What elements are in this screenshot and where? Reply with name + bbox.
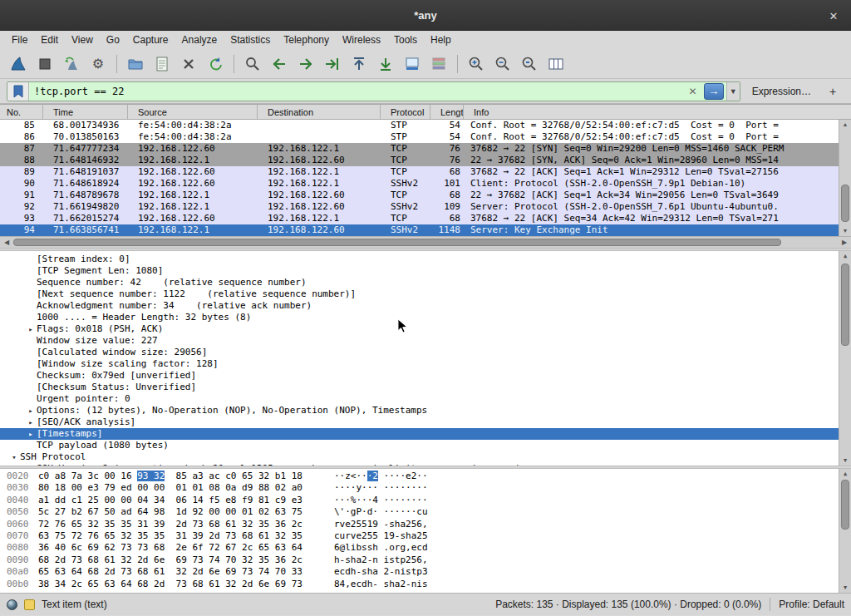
packet-row-selected[interactable]: 9471.663856741192.168.122.1192.168.122.6… xyxy=(0,224,851,236)
menu-help[interactable]: Help xyxy=(424,32,458,47)
detail-line[interactable]: Window size value: 227 xyxy=(0,335,851,347)
expander-icon[interactable] xyxy=(25,370,37,382)
expander-icon[interactable] xyxy=(25,393,37,405)
resize-columns-button[interactable] xyxy=(543,52,569,76)
window-close-button[interactable]: ✕ xyxy=(824,7,843,25)
filter-clear-button[interactable]: ✕ xyxy=(685,86,701,97)
menu-telephony[interactable]: Telephony xyxy=(277,32,336,47)
packet-row[interactable]: 8871.648146932192.168.122.1192.168.122.6… xyxy=(0,155,851,166)
column-header-info[interactable]: Info xyxy=(464,105,851,119)
detail-line[interactable]: ▸[SEQ/ACK analysis] xyxy=(0,416,851,428)
packet-row[interactable]: 9071.648618924192.168.122.60192.168.122.… xyxy=(0,178,851,190)
detail-line[interactable]: [Checksum Status: Unverified] xyxy=(0,382,851,393)
detail-line[interactable]: TCP payload (1080 bytes) xyxy=(0,440,851,451)
hex-scrollbar[interactable]: ▲ ▼ xyxy=(839,469,851,593)
packet-row[interactable]: 8568.001734936fe:54:00:d4:38:2aSTP54Conf… xyxy=(0,120,851,131)
hex-row[interactable]: 00505c 27 b2 67 50 ad 64 98 1d 92 00 00 … xyxy=(0,506,851,518)
detail-line[interactable]: Acknowledgment number: 34 (relative ack … xyxy=(0,300,851,312)
packet-row[interactable]: 9271.661949820192.168.122.1192.168.122.6… xyxy=(0,201,851,213)
detail-line[interactable]: Urgent pointer: 0 xyxy=(0,393,851,405)
menu-edit[interactable]: Edit xyxy=(34,32,65,47)
column-header-destination[interactable]: Destination xyxy=(258,105,381,119)
colorize-packets-button[interactable] xyxy=(426,52,452,76)
close-file-button[interactable] xyxy=(175,52,202,76)
menu-capture[interactable]: Capture xyxy=(126,32,175,47)
detail-line[interactable]: SSH Version 2 (encryption:chacha20-poly1… xyxy=(0,463,851,466)
expander-icon[interactable] xyxy=(25,254,37,265)
expander-icon[interactable] xyxy=(25,288,37,300)
detail-line[interactable]: Sequence number: 42 (relative sequence n… xyxy=(0,277,851,288)
detail-line[interactable]: Checksum: 0x79ed [unverified] xyxy=(0,370,851,382)
hex-row[interactable]: 007063 75 72 76 65 32 35 35 31 39 2d 73 … xyxy=(0,530,851,542)
column-header-no[interactable]: No. xyxy=(0,105,43,119)
zoom-in-button[interactable] xyxy=(463,52,489,76)
expander-icon[interactable]: ▸ xyxy=(25,428,37,440)
scrollbar-thumb[interactable] xyxy=(841,264,849,345)
hex-row[interactable]: 00a065 63 64 68 2d 73 68 61 32 2d 6e 69 … xyxy=(0,566,851,578)
start-capture-button[interactable] xyxy=(5,52,32,76)
column-header-time[interactable]: Time xyxy=(43,105,128,119)
expression-button[interactable]: Expression… xyxy=(752,86,811,97)
open-file-button[interactable] xyxy=(122,52,149,76)
auto-scroll-button[interactable] xyxy=(399,52,426,76)
go-back-button[interactable] xyxy=(266,52,293,76)
scroll-up-arrow-icon[interactable]: ▲ xyxy=(839,469,851,479)
expander-icon[interactable] xyxy=(25,265,37,277)
scroll-down-arrow-icon[interactable]: ▼ xyxy=(839,226,851,236)
packet-row[interactable]: 8971.648191037192.168.122.60192.168.122.… xyxy=(0,166,851,178)
scroll-left-arrow-icon[interactable]: ◀ xyxy=(0,237,13,248)
detail-line[interactable]: 1000 .... = Header Length: 32 bytes (8) xyxy=(0,312,851,323)
scroll-up-arrow-icon[interactable]: ▲ xyxy=(839,120,851,130)
menu-tools[interactable]: Tools xyxy=(387,32,424,47)
detail-line-selected[interactable]: ▸[Timestamps] xyxy=(0,428,851,440)
expander-icon[interactable] xyxy=(25,335,37,347)
hex-row[interactable]: 00b038 34 2c 65 63 64 68 2d 73 68 61 32 … xyxy=(0,579,851,590)
capture-comment-icon[interactable] xyxy=(24,599,35,610)
detail-line[interactable]: ▾SSH Protocol xyxy=(0,451,851,463)
column-header-protocol[interactable]: Protocol xyxy=(381,105,430,119)
hex-row[interactable]: 006072 76 65 32 35 35 31 39 2d 73 68 61 … xyxy=(0,519,851,530)
expander-icon[interactable] xyxy=(25,312,37,323)
scroll-down-arrow-icon[interactable]: ▼ xyxy=(839,456,851,466)
menu-statistics[interactable]: Statistics xyxy=(224,32,277,47)
packet-row[interactable]: 9171.648789678192.168.122.1192.168.122.6… xyxy=(0,190,851,201)
packet-row[interactable]: 9371.662015274192.168.122.60192.168.122.… xyxy=(0,213,851,224)
menu-view[interactable]: View xyxy=(65,32,100,47)
column-header-source[interactable]: Source xyxy=(128,105,258,119)
scrollbar-thumb[interactable] xyxy=(841,480,849,530)
packet-list-scrollbar[interactable]: ▲ ▼ xyxy=(839,120,851,236)
expander-icon[interactable]: ▸ xyxy=(25,416,37,428)
detail-line[interactable]: [Window size scaling factor: 128] xyxy=(0,358,851,370)
find-packet-button[interactable] xyxy=(239,52,266,76)
expander-icon[interactable] xyxy=(25,300,37,312)
go-to-packet-button[interactable] xyxy=(319,52,346,76)
expander-icon[interactable] xyxy=(25,277,37,288)
expander-icon[interactable] xyxy=(25,440,37,451)
zoom-out-button[interactable] xyxy=(489,52,516,76)
expander-icon[interactable]: ▸ xyxy=(25,323,37,335)
go-forward-button[interactable] xyxy=(293,52,319,76)
go-first-packet-button[interactable] xyxy=(346,52,372,76)
save-file-button[interactable] xyxy=(149,52,175,76)
hex-row[interactable]: 0040a1 dd c1 25 00 00 04 34 06 14 f5 e8 … xyxy=(0,495,851,506)
menu-analyze[interactable]: Analyze xyxy=(175,32,224,47)
go-last-packet-button[interactable] xyxy=(372,52,399,76)
detail-line[interactable]: [TCP Segment Len: 1080] xyxy=(0,265,851,277)
scrollbar-thumb[interactable] xyxy=(841,185,849,222)
restart-capture-button[interactable] xyxy=(58,52,85,76)
details-scrollbar[interactable]: ▲ ▼ xyxy=(839,251,851,466)
filter-bookmark-button[interactable] xyxy=(7,82,29,101)
packet-row[interactable]: 8771.647777234192.168.122.60192.168.122.… xyxy=(0,143,851,155)
expander-icon[interactable]: ▾ xyxy=(8,451,20,463)
hex-row[interactable]: 009068 2d 73 68 61 32 2d 6e 69 73 74 70 … xyxy=(0,554,851,566)
reload-button[interactable] xyxy=(202,52,229,76)
detail-line[interactable]: [Stream index: 0] xyxy=(0,254,851,265)
display-filter-input[interactable]: !tcp.port == 22 ✕ → ▼ xyxy=(7,81,740,101)
hex-row[interactable]: 0020c0 a8 7a 3c 00 16 93 32 85 a3 ac c0 … xyxy=(0,471,851,482)
hex-row[interactable]: 008036 40 6c 69 62 73 73 68 2e 6f 72 67 … xyxy=(0,542,851,554)
expander-icon[interactable] xyxy=(25,463,37,466)
filter-dropdown-button[interactable]: ▼ xyxy=(726,82,740,101)
hex-row[interactable]: 003080 18 00 e3 79 ed 00 00 01 01 08 0a … xyxy=(0,482,851,494)
menu-wireless[interactable]: Wireless xyxy=(336,32,387,47)
packet-row[interactable]: 8670.013850163fe:54:00:d4:38:2aSTP54Conf… xyxy=(0,131,851,143)
